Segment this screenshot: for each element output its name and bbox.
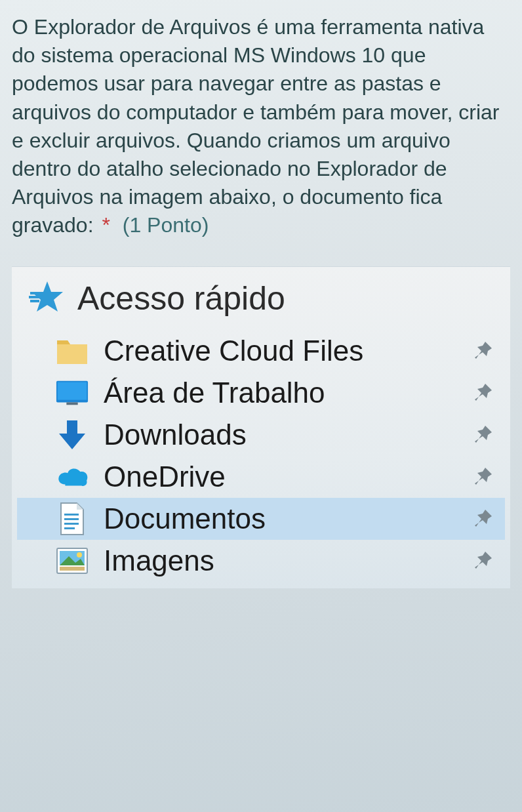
quick-access-header[interactable]: Acesso rápido bbox=[17, 279, 505, 318]
pin-icon bbox=[472, 339, 496, 363]
sidebar-item-onedrive[interactable]: OneDrive bbox=[17, 456, 505, 498]
svg-rect-8 bbox=[64, 518, 79, 520]
sidebar-item-label: OneDrive bbox=[104, 460, 458, 493]
file-explorer-sidebar: Acesso rápido Creative Cloud Files Área … bbox=[12, 266, 510, 588]
svg-rect-3 bbox=[30, 300, 39, 302]
points-label: (1 Ponto) bbox=[123, 213, 209, 237]
svg-rect-1 bbox=[29, 296, 41, 298]
svg-point-14 bbox=[77, 552, 82, 558]
svg-rect-7 bbox=[64, 514, 79, 516]
sidebar-item-creative-cloud[interactable]: Creative Cloud Files bbox=[17, 330, 505, 372]
sidebar-item-label: Área de Trabalho bbox=[104, 376, 458, 409]
svg-rect-5 bbox=[58, 382, 87, 399]
pin-icon bbox=[472, 507, 496, 531]
pin-icon bbox=[472, 423, 496, 447]
question-text: O Explorador de Arquivos é uma ferrament… bbox=[12, 13, 510, 240]
sidebar-item-label: Documentos bbox=[104, 502, 458, 535]
sidebar-item-desktop[interactable]: Área de Trabalho bbox=[17, 372, 505, 414]
quick-access-star-icon bbox=[29, 279, 66, 318]
svg-rect-10 bbox=[64, 527, 75, 529]
question-body: O Explorador de Arquivos é uma ferrament… bbox=[12, 15, 499, 237]
downloads-icon bbox=[55, 418, 89, 452]
sidebar-item-label: Downloads bbox=[104, 418, 458, 451]
sidebar-item-label: Creative Cloud Files bbox=[104, 335, 458, 367]
sidebar-item-label: Imagens bbox=[104, 544, 458, 577]
svg-rect-2 bbox=[30, 292, 39, 294]
svg-rect-9 bbox=[64, 523, 79, 525]
desktop-icon bbox=[55, 376, 89, 410]
svg-rect-6 bbox=[66, 402, 77, 405]
required-indicator: * bbox=[102, 213, 110, 237]
sidebar-item-images[interactable]: Imagens bbox=[17, 540, 505, 582]
images-icon bbox=[55, 544, 89, 578]
pin-icon bbox=[472, 381, 496, 405]
pin-icon bbox=[472, 465, 496, 489]
sidebar-item-documents[interactable]: Documentos bbox=[17, 498, 505, 540]
quick-access-label: Acesso rápido bbox=[77, 279, 285, 317]
folder-icon bbox=[55, 334, 89, 368]
pin-icon bbox=[472, 549, 496, 573]
onedrive-cloud-icon bbox=[55, 460, 89, 494]
svg-rect-15 bbox=[60, 567, 85, 571]
documents-icon bbox=[55, 502, 89, 536]
sidebar-item-downloads[interactable]: Downloads bbox=[17, 414, 505, 456]
